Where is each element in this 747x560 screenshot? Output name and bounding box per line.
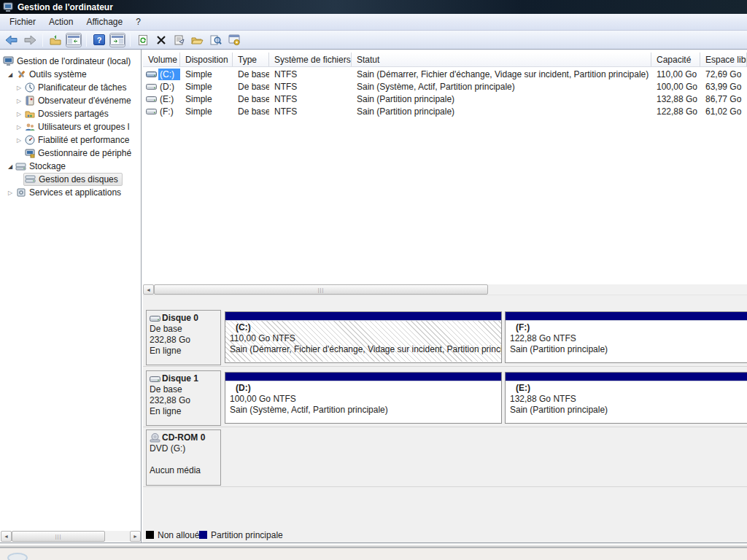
collapse-arrow-icon[interactable]: ◢ xyxy=(6,163,15,170)
column-header-statut[interactable]: Statut xyxy=(352,52,651,66)
cell-disposition: Simple xyxy=(180,69,233,79)
sidebar-item-label: Utilisateurs et groupes l xyxy=(36,121,131,133)
volume-cell: (C:) xyxy=(143,69,180,80)
event-viewer-icon xyxy=(23,96,36,106)
disk-row-separator xyxy=(143,366,747,367)
collapse-arrow-icon[interactable]: ◢ xyxy=(6,71,15,78)
sidebar-item-observateur-d-v-neme[interactable]: ▷Observateur d'événeme xyxy=(0,94,141,107)
column-header-capacit-[interactable]: Capacité xyxy=(651,52,700,66)
sidebar-item-gestion-de-l-ordinateur-local[interactable]: Gestion de l'ordinateur (local) xyxy=(0,55,141,68)
legend-swatch xyxy=(199,531,207,539)
scroll-track[interactable] xyxy=(105,531,130,542)
export-folder-button[interactable] xyxy=(47,33,63,47)
users-icon xyxy=(23,122,36,132)
menu-item-action[interactable]: Action xyxy=(42,15,80,29)
disk-header-disque-1[interactable]: Disque 1De base232,88 GoEn ligne xyxy=(146,370,221,426)
sidebar-item-dossiers-partag-s[interactable]: ▷Dossiers partagés xyxy=(0,107,141,120)
sidebar-item-stockage[interactable]: ◢Stockage xyxy=(0,160,141,173)
tree: Gestion de l'ordinateur (local)◢Outils s… xyxy=(0,50,141,199)
partition-d[interactable]: (D:)100,00 Go NTFSSain (Système, Actif, … xyxy=(225,372,502,424)
volume-drive-icon xyxy=(146,108,157,115)
properties-button[interactable] xyxy=(171,33,187,47)
partition-type-strip xyxy=(225,312,501,321)
menu-item-?[interactable]: ? xyxy=(129,15,147,29)
menu-bar: FichierActionAffichage? xyxy=(0,14,747,31)
expand-arrow-icon[interactable]: ▷ xyxy=(15,98,23,104)
expand-arrow-icon[interactable]: ▷ xyxy=(6,190,15,196)
start-orb-peek[interactable] xyxy=(7,553,28,560)
sidebar-item-gestion-des-disques[interactable]: Gestion des disques xyxy=(0,173,141,186)
sidebar-horizontal-scrollbar[interactable]: ◄ ||| ► xyxy=(1,531,141,542)
volume-list: VolumeDispositionTypeSystème de fichiers… xyxy=(143,50,747,284)
scroll-right-arrow[interactable]: ► xyxy=(130,531,141,542)
disk-header-disque-0[interactable]: Disque 0De base232,88 GoEn ligne xyxy=(146,310,221,365)
find-icon xyxy=(210,34,222,46)
menu-item-fichier[interactable]: Fichier xyxy=(3,15,42,29)
volume-row-f[interactable]: (F:)SimpleDe baseNTFSSain (Partition pri… xyxy=(143,105,747,117)
forward-button[interactable] xyxy=(22,33,38,47)
expand-arrow-icon[interactable]: ▷ xyxy=(15,111,23,117)
sidebar-item-label: Fiabilité et performance xyxy=(36,134,131,146)
scroll-thumb[interactable]: ||| xyxy=(154,284,488,295)
main-area: Gestion de l'ordinateur (local)◢Outils s… xyxy=(0,50,747,542)
open-folder-icon xyxy=(191,35,204,45)
open-folder-button[interactable] xyxy=(190,33,206,47)
volume-row-d[interactable]: (D:)SimpleDe baseNTFSSain (Système, Acti… xyxy=(143,80,747,93)
column-header-espace-libre[interactable]: Espace libre xyxy=(700,52,747,66)
sidebar-item-fiabilit-et-performance[interactable]: ▷Fiabilité et performance xyxy=(0,133,141,147)
action-pane-toggle-button[interactable] xyxy=(109,33,125,47)
scroll-thumb[interactable]: ||| xyxy=(12,531,105,542)
tools-icon xyxy=(15,69,27,79)
volume-drive-icon xyxy=(146,71,157,78)
column-header-disposition[interactable]: Disposition xyxy=(180,52,233,66)
computer-icon xyxy=(2,56,15,66)
column-header-syst-me-de-fichiers[interactable]: Système de fichiers xyxy=(269,52,352,66)
partition-body: (E:)132,88 Go NTFSSain (Partition princi… xyxy=(506,381,747,416)
screen: Gestion de l'ordinateur FichierActionAff… xyxy=(0,0,747,560)
sidebar-item-outils-syst-me[interactable]: ◢Outils système xyxy=(0,68,141,81)
partition-f[interactable]: (F:)122,88 Go NTFSSain (Partition princi… xyxy=(505,311,747,363)
title-bar[interactable]: Gestion de l'ordinateur xyxy=(0,0,747,14)
drive-icon xyxy=(150,376,160,383)
disk-header-cd-rom-0[interactable]: CD-ROM 0DVD (G:) Aucun média xyxy=(146,429,221,486)
back-button[interactable] xyxy=(4,33,20,47)
partition-c[interactable]: (C:)110,00 Go NTFSSain (Démarrer, Fichie… xyxy=(225,311,502,363)
scroll-left-arrow[interactable]: ◄ xyxy=(1,531,12,542)
expand-arrow-icon[interactable]: ▷ xyxy=(15,85,23,91)
storage-icon xyxy=(15,162,27,171)
scroll-left-arrow[interactable]: ◄ xyxy=(143,284,154,295)
toolbar: ? xyxy=(0,31,747,50)
sidebar-item-services-et-applications[interactable]: ▷Services et applications xyxy=(0,186,141,199)
refresh-button[interactable] xyxy=(135,33,151,47)
delete-button[interactable] xyxy=(153,33,169,47)
partition-e[interactable]: (E:)132,88 Go NTFSSain (Partition princi… xyxy=(505,372,747,424)
console-tree-toggle-button[interactable] xyxy=(66,33,82,47)
services-icon xyxy=(15,187,27,198)
sidebar-item-utilisateurs-et-groupes-l[interactable]: ▷Utilisateurs et groupes l xyxy=(0,120,141,133)
cell-type: De base xyxy=(233,82,269,92)
find-button[interactable] xyxy=(208,33,224,47)
column-header-volume[interactable]: Volume xyxy=(143,52,180,66)
cell-capacite: 132,88 Go xyxy=(651,94,700,104)
menu-item-affichage[interactable]: Affichage xyxy=(80,15,129,29)
column-header-type[interactable]: Type xyxy=(233,52,269,66)
manage-icon xyxy=(228,34,241,46)
disk-info-line xyxy=(150,454,220,465)
sidebar-item-planificateur-de-t-ches[interactable]: ▷Planificateur de tâches xyxy=(0,81,141,94)
partition-size: 122,88 Go NTFS xyxy=(510,333,747,344)
list-horizontal-scrollbar[interactable]: ◄ ||| xyxy=(143,284,747,295)
desktop-strip xyxy=(0,548,747,560)
partition-type-strip xyxy=(506,373,747,381)
sidebar-item-gestionnaire-de-p-riph[interactable]: Gestionnaire de périphé xyxy=(0,147,141,160)
scroll-track[interactable] xyxy=(488,284,747,295)
volume-row-e[interactable]: (E:)SimpleDe baseNTFSSain (Partition pri… xyxy=(143,93,747,105)
expand-arrow-icon[interactable]: ▷ xyxy=(15,124,23,131)
cell-libre: 86,77 Go xyxy=(700,94,747,104)
manage-button[interactable] xyxy=(226,33,242,47)
expand-arrow-icon[interactable]: ▷ xyxy=(15,137,23,144)
volume-name: (C:) xyxy=(158,69,180,80)
sidebar-item-label: Gestionnaire de périphé xyxy=(36,147,133,159)
help-button[interactable]: ? xyxy=(91,33,107,47)
legend-item-partition-principale: Partition principale xyxy=(199,530,283,540)
volume-row-c[interactable]: (C:)SimpleDe baseNTFSSain (Démarrer, Fic… xyxy=(143,68,747,80)
